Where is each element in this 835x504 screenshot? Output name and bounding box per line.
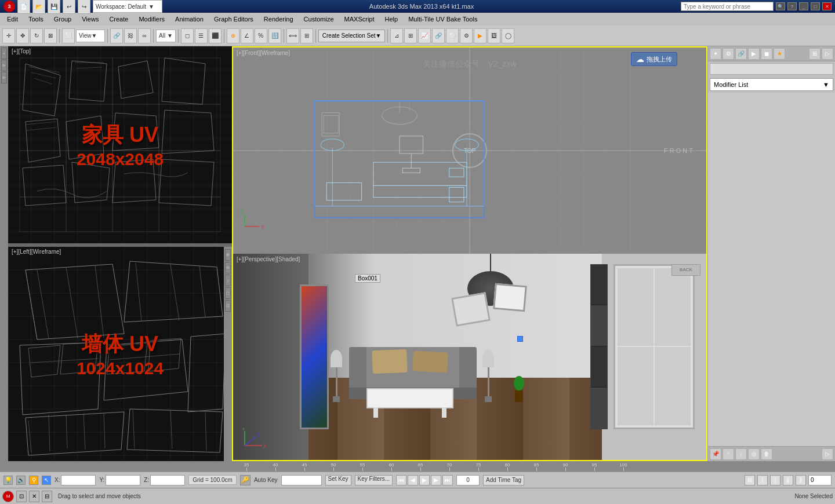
select-by-name-btn[interactable]: ☰ bbox=[195, 28, 208, 43]
x-input[interactable] bbox=[61, 475, 96, 485]
menu-multitile[interactable]: Multi-Tile UV Bake Tools bbox=[404, 14, 482, 24]
menu-rendering[interactable]: Rendering bbox=[259, 14, 298, 24]
taskbar-icon-main[interactable]: M bbox=[2, 491, 14, 502]
play-btn[interactable]: ▶ bbox=[419, 475, 430, 485]
expand-props-btn[interactable]: ▷ bbox=[822, 448, 833, 460]
spinner-snap-btn[interactable]: 🔢 bbox=[268, 28, 281, 43]
modifier-list-dropdown[interactable]: Modifier List ▼ bbox=[710, 78, 833, 91]
search-input[interactable] bbox=[681, 2, 774, 11]
nav-down-btn[interactable]: ↓ bbox=[735, 448, 747, 460]
nav-btn-1[interactable]: ⊞ bbox=[745, 475, 755, 485]
render-last-btn[interactable]: 🖼 bbox=[488, 28, 500, 43]
light-icon[interactable]: 💡 bbox=[3, 476, 13, 485]
link-btn[interactable]: 🔗 bbox=[110, 28, 123, 43]
render-btn[interactable]: ▶ bbox=[474, 28, 487, 43]
mirror-btn[interactable]: ⟺ bbox=[286, 28, 299, 43]
snap-3d-btn[interactable]: ⊕ bbox=[227, 28, 239, 43]
align-btn[interactable]: ⊞ bbox=[300, 28, 313, 43]
props-btn-3[interactable]: 🔗 bbox=[735, 48, 747, 60]
delete-modifier-btn[interactable]: 🗑 bbox=[761, 448, 772, 460]
redo-btn[interactable]: ↪ bbox=[78, 0, 90, 14]
create-selection-btn[interactable]: Create Selection Set ▼ bbox=[318, 30, 386, 42]
menu-customize[interactable]: Customize bbox=[299, 14, 339, 24]
strip-btn-2[interactable]: ⊳ bbox=[1, 60, 7, 71]
prev-frame-btn[interactable]: ◀ bbox=[408, 475, 418, 485]
props-btn-2[interactable]: ⚙ bbox=[723, 48, 734, 60]
search-icon[interactable]: 🔍 bbox=[776, 2, 785, 10]
uv-strip-btn-5[interactable]: ⊡ bbox=[225, 300, 231, 312]
toolbar-icon-open[interactable]: 📂 bbox=[32, 0, 45, 14]
nav-btn-3[interactable]: ⟩ bbox=[770, 475, 780, 485]
uv-top-viewport[interactable]: 家具 UV 2048x2048 [+][Top] bbox=[8, 46, 232, 243]
menu-tools[interactable]: Tools bbox=[24, 14, 48, 24]
nav-btn-2[interactable]: ⟨ bbox=[757, 475, 768, 485]
props-btn-5[interactable]: ◼ bbox=[761, 48, 772, 60]
frame-input[interactable] bbox=[808, 475, 832, 485]
y-input[interactable] bbox=[106, 475, 140, 485]
window-crossing-btn[interactable]: ⬛ bbox=[209, 28, 222, 43]
menu-edit[interactable]: Edit bbox=[2, 14, 23, 24]
select-mode-btn[interactable]: ✛ bbox=[2, 28, 15, 43]
props-btn-1[interactable]: ✦ bbox=[710, 48, 721, 60]
selection-filter-dropdown[interactable]: All ▼ bbox=[156, 30, 176, 42]
strip-btn-3[interactable]: ⊳ bbox=[1, 72, 7, 83]
rotate-btn[interactable]: ↻ bbox=[30, 28, 43, 43]
menu-graph-editors[interactable]: Graph Editors bbox=[209, 14, 258, 24]
props-btn-4[interactable]: ▶ bbox=[748, 48, 760, 60]
toolbar-icon-save[interactable]: 💾 bbox=[48, 0, 60, 14]
unlink-btn[interactable]: ⛓ bbox=[124, 28, 137, 43]
uv-strip-btn-3[interactable]: ↕ bbox=[225, 275, 231, 286]
taskbar-close-btn[interactable]: ✕ bbox=[29, 491, 39, 502]
nav-btn-4[interactable]: ⟪ bbox=[783, 475, 793, 485]
menu-create[interactable]: Create bbox=[104, 14, 133, 24]
uv-strip-btn-4[interactable]: ◻ bbox=[225, 287, 231, 299]
go-start-btn[interactable]: ⏮ bbox=[396, 475, 406, 485]
material-editor-btn[interactable]: ⚪ bbox=[446, 28, 459, 43]
front-viewport[interactable]: [+][Front][Wireframe] FRONT TOP 关注微信公众号：… bbox=[233, 48, 706, 254]
minimize-btn[interactable]: _ bbox=[799, 2, 808, 10]
array-btn[interactable]: ⊞ bbox=[404, 28, 417, 43]
mirror-tool-btn[interactable]: ⊿ bbox=[390, 28, 403, 43]
next-frame-btn[interactable]: ▶ bbox=[431, 475, 441, 485]
scale-btn[interactable]: ⊠ bbox=[44, 28, 57, 43]
sound-icon[interactable]: 🔊 bbox=[16, 476, 26, 485]
menu-maxscript[interactable]: MAXScript bbox=[340, 14, 379, 24]
magnet-icon[interactable]: ⚲ bbox=[29, 476, 38, 485]
z-input[interactable] bbox=[150, 475, 185, 485]
props-btn-render[interactable]: ⊞ bbox=[809, 48, 821, 60]
undo-btn[interactable]: ↩ bbox=[63, 0, 75, 14]
nav-btn-5[interactable]: ⟫ bbox=[796, 475, 806, 485]
props-btn-6[interactable]: ★ bbox=[774, 48, 785, 60]
menu-animation[interactable]: Animation bbox=[170, 14, 208, 24]
strip-btn-1[interactable]: + bbox=[1, 48, 7, 59]
menu-group[interactable]: Group bbox=[49, 14, 77, 24]
key-filters-btn[interactable]: Key Filters... bbox=[355, 475, 393, 485]
render-setup-btn[interactable]: ⚙ bbox=[460, 28, 473, 43]
view-dropdown[interactable]: View ▼ bbox=[76, 30, 105, 42]
maximize-btn[interactable]: □ bbox=[811, 2, 820, 10]
uv-strip-btn-2[interactable]: ⊖ bbox=[225, 262, 231, 273]
toolbar-icon-new[interactable]: 📄 bbox=[17, 0, 30, 14]
help-icon[interactable]: ? bbox=[787, 2, 797, 10]
menu-modifiers[interactable]: Modifiers bbox=[134, 14, 169, 24]
nav-up-btn[interactable]: ↑ bbox=[723, 448, 734, 460]
uv-bottom-viewport[interactable]: 墙体 UV 1024x1024 [+][Left][Wireframe] ⊕ ⊖… bbox=[8, 247, 232, 461]
bind-space-warp[interactable]: ∞ bbox=[138, 28, 151, 43]
add-time-tag-btn[interactable]: Add Time Tag bbox=[483, 475, 524, 485]
angle-snap-btn[interactable]: ∠ bbox=[241, 28, 253, 43]
set-key-btn[interactable]: Set Key bbox=[325, 475, 351, 485]
close-btn[interactable]: ✕ bbox=[822, 2, 832, 10]
pin-btn[interactable]: 📌 bbox=[710, 448, 721, 460]
curve-editor-btn[interactable]: 📈 bbox=[418, 28, 431, 43]
select-btn[interactable]: ◻ bbox=[181, 28, 194, 43]
go-end-btn[interactable]: ⏭ bbox=[442, 475, 453, 485]
taskbar-btn-1[interactable]: ⊡ bbox=[16, 491, 27, 502]
taskbar-restore-btn[interactable]: ⊟ bbox=[42, 491, 52, 502]
workspace-dropdown[interactable]: Workspace: Default ▼ bbox=[93, 0, 162, 13]
menu-help[interactable]: Help bbox=[380, 14, 403, 24]
schematic-view-btn[interactable]: 🔗 bbox=[432, 28, 445, 43]
cursor-icon[interactable]: ↖ bbox=[42, 476, 51, 485]
props-btn-expand[interactable]: ▷ bbox=[822, 48, 833, 60]
percent-snap-btn[interactable]: % bbox=[255, 28, 267, 43]
active-shade-btn[interactable]: ◯ bbox=[502, 28, 514, 43]
